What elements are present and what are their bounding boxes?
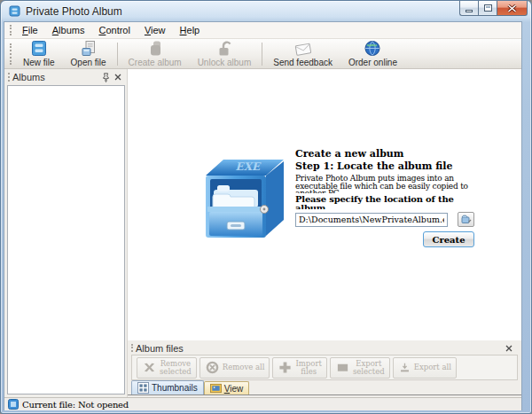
right-region: EXE: [127, 69, 521, 397]
path-row: [295, 212, 476, 227]
import-files-icon: [278, 361, 293, 374]
client-area: File Albums Control View Help New file O…: [4, 21, 522, 410]
toolbar-grip: [10, 43, 12, 65]
albums-panel-header: Albums: [4, 69, 127, 84]
toolbar: New file Open file Create album Unlo: [4, 39, 521, 69]
export-selected-button[interactable]: Exportselected: [330, 357, 390, 379]
wizard-text: Create a new album Step 1: Locate the al…: [295, 149, 476, 250]
exe-label: EXE: [235, 160, 262, 173]
album-files-header: Album files: [128, 340, 521, 355]
menu-file[interactable]: File: [15, 23, 45, 37]
pin-icon: [102, 73, 110, 82]
close-button[interactable]: [497, 1, 528, 16]
menu-control[interactable]: Control: [91, 23, 137, 37]
menu-help[interactable]: Help: [173, 23, 207, 37]
panel-grip: [8, 73, 10, 82]
menu-bar: File Albums Control View Help: [4, 22, 521, 39]
send-feedback-icon: [293, 40, 313, 57]
order-online-icon: [364, 40, 381, 57]
export-all-button[interactable]: Export all: [393, 357, 457, 379]
create-album-icon: [146, 40, 164, 57]
browse-folder-icon: [461, 215, 472, 224]
close-album-files-icon: [505, 345, 512, 352]
album-path-input[interactable]: [295, 213, 448, 227]
main-area: EXE: [127, 69, 521, 340]
create-row: Create: [295, 231, 476, 247]
album-files-tabs: Thumbnails View: [128, 380, 521, 395]
titlebar: Private Photo Album: [1, 1, 531, 21]
open-file-button[interactable]: Open file: [63, 40, 114, 68]
close-panel-button[interactable]: [112, 72, 123, 83]
status-bar: Current file: Not opened: [4, 397, 521, 410]
window-controls: [459, 1, 528, 16]
tab-view[interactable]: View: [204, 381, 250, 394]
minimize-icon: [466, 10, 473, 12]
album-files-toolbar: Removeselected Remove all Importfiles: [131, 355, 518, 380]
thumbnails-icon: [137, 382, 149, 394]
minimize-button[interactable]: [459, 1, 478, 16]
app-window: Private Photo Album File Albums Control …: [0, 0, 532, 414]
exe-cabinet-illustration: EXE: [200, 154, 289, 250]
create-album-button[interactable]: Create album: [121, 40, 190, 68]
menubar-grip: [10, 25, 12, 35]
maximize-icon: [484, 4, 492, 12]
album-files-panel: Album files Removeselected Remove all: [127, 340, 521, 397]
remove-all-button[interactable]: Remove all: [200, 357, 270, 379]
export-all-icon: [398, 362, 411, 373]
wizard-prompt: Please specify the location of the album…: [295, 195, 476, 209]
new-file-icon: [30, 40, 48, 57]
current-file-status: Current file: Not opened: [22, 400, 129, 410]
new-file-button[interactable]: New file: [15, 40, 63, 68]
maximize-button[interactable]: [478, 1, 497, 16]
toolbar-separator: [117, 43, 118, 66]
remove-selected-icon: [142, 361, 157, 374]
create-button[interactable]: Create: [423, 231, 474, 247]
close-album-files-button[interactable]: [503, 342, 514, 354]
remove-selected-button[interactable]: Removeselected: [137, 357, 197, 379]
browse-button[interactable]: [458, 212, 474, 227]
albums-panel-title: Albums: [12, 72, 100, 82]
dock-area: Albums: [4, 69, 521, 397]
unlock-album-button[interactable]: Unlock album: [190, 40, 260, 68]
unlock-album-icon: [215, 40, 233, 57]
toolbar-separator: [262, 43, 262, 66]
wizard-heading: Create a new album: [295, 149, 476, 160]
view-icon: [210, 383, 222, 394]
panel-grip: [131, 344, 133, 352]
close-icon: [507, 4, 517, 12]
app-icon: [8, 4, 21, 18]
tab-thumbnails[interactable]: Thumbnails: [131, 380, 204, 394]
albums-list[interactable]: [7, 85, 125, 394]
status-file-icon: [8, 399, 19, 410]
close-panel-icon: [114, 74, 121, 81]
window-title: Private Photo Album: [26, 5, 122, 18]
remove-all-icon: [205, 361, 220, 374]
menu-albums[interactable]: Albums: [45, 23, 92, 37]
send-feedback-button[interactable]: Send feedback: [265, 40, 340, 68]
import-files-button[interactable]: Importfiles: [272, 357, 326, 379]
export-selected-icon: [335, 361, 350, 374]
wizard-description: Private Photo Album puts images into an …: [295, 175, 476, 193]
album-files-title: Album files: [136, 343, 503, 354]
order-online-button[interactable]: Order online: [340, 40, 405, 68]
wizard-step-heading: Step 1: Locate the album file: [295, 161, 476, 171]
create-album-wizard: EXE: [200, 149, 477, 250]
albums-panel: Albums: [4, 69, 127, 397]
open-file-icon: [80, 40, 98, 57]
pin-panel-button[interactable]: [100, 72, 112, 83]
menu-view[interactable]: View: [137, 23, 173, 37]
